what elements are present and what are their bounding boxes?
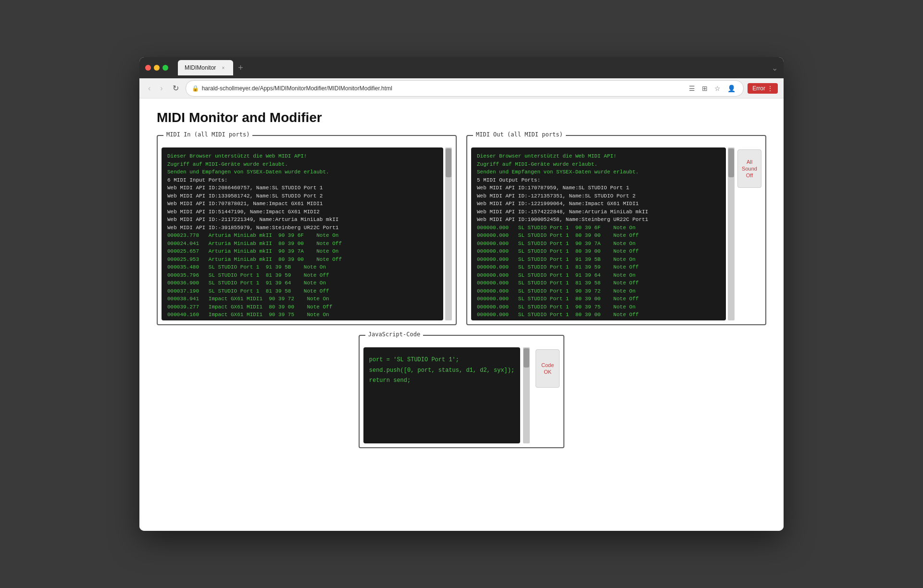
midi-in-panel: MIDI In (all MIDI ports) Dieser Browser … xyxy=(157,135,457,325)
sound-off-button[interactable]: All Sound Off xyxy=(737,149,761,188)
console-line: Web MIDI API ID:-1271357351, Name:SL STU… xyxy=(477,192,720,200)
console-line: 000000.000 SL STUDIO Port 1 90 39 72 Not… xyxy=(477,287,720,295)
midi-out-panel: MIDI Out (all MIDI ports) Dieser Browser… xyxy=(466,135,766,325)
code-line: port = 'SL STUDIO Port 1'; xyxy=(369,355,514,366)
console-line: 000000.000 SL STUDIO Port 1 91 39 5B Not… xyxy=(477,256,720,264)
console-line: Senden und Empfangen von SYSEX-Daten wur… xyxy=(477,168,720,176)
error-label: Error xyxy=(752,85,765,92)
console-line: Zugriff auf MIDI-Geräte wurde erlaubt. xyxy=(167,160,437,169)
console-line: 000037.190 SL STUDIO Port 1 81 39 58 Not… xyxy=(167,287,437,295)
sound-off-line3: Off xyxy=(746,172,753,179)
js-console[interactable]: port = 'SL STUDIO Port 1';send.push([0, … xyxy=(363,347,520,443)
browser-window: MIDIMonitor × + ⌄ ‹ › ↻ 🔒 harald-schollm… xyxy=(139,57,784,531)
midi-in-scrollbar-thumb xyxy=(446,148,451,177)
console-line: Web MIDI API ID:-2117221349, Name:Arturi… xyxy=(167,216,437,224)
console-line: 6 MIDI Input Ports: xyxy=(167,176,437,184)
console-line: 000040.443 Impact GX61 MIDI1 80 39 00 No… xyxy=(167,319,437,321)
midi-panels-row: MIDI In (all MIDI ports) Dieser Browser … xyxy=(157,135,766,325)
console-line: 000025.953 Arturia MiniLab mkII 80 39 00… xyxy=(167,256,437,264)
console-line: 5 MIDI Output Ports: xyxy=(477,176,720,184)
js-scrollbar[interactable] xyxy=(523,347,530,443)
translate-icon[interactable]: ⊞ xyxy=(700,83,710,94)
address-input[interactable]: 🔒 harald-schollmeyer.de/Apps/MIDIMonitor… xyxy=(186,80,744,97)
close-button[interactable] xyxy=(145,65,151,71)
console-line: 000035.796 SL STUDIO Port 1 81 39 59 Not… xyxy=(167,271,437,280)
console-line: 000000.000 SL STUDIO Port 1 80 39 00 Not… xyxy=(477,232,720,240)
javascript-panel: JavaScript-Code port = 'SL STUDIO Port 1… xyxy=(359,335,564,448)
midi-out-scrollbar[interactable] xyxy=(728,147,735,320)
address-bar: ‹ › ↻ 🔒 harald-schollmeyer.de/Apps/MIDIM… xyxy=(139,78,784,98)
js-scrollbar-thumb xyxy=(524,348,529,368)
console-line: Web MIDI API ID:51447190, Name:Impact GX… xyxy=(167,208,437,216)
console-line: Senden und Empfangen von SYSEX-Daten wur… xyxy=(167,168,437,176)
console-line: 000000.000 SL STUDIO Port 1 80 39 00 Not… xyxy=(477,295,720,303)
code-ok-line2: OK xyxy=(544,368,551,375)
console-line: Web MIDI API ID:-1221999064, Name:Impact… xyxy=(477,200,720,208)
sound-off-line1: All xyxy=(747,159,752,165)
javascript-panel-label: JavaScript-Code xyxy=(365,331,423,338)
console-line: Web MIDI API ID:170787959, Name:SL STUDI… xyxy=(477,184,720,192)
console-line: 000038.941 Impact GX61 MIDI1 90 39 72 No… xyxy=(167,295,437,303)
tab-title: MIDIMonitor xyxy=(185,64,216,71)
forward-button[interactable]: › xyxy=(157,82,165,95)
console-line: 000025.657 Arturia MiniLab mkII 90 39 7A… xyxy=(167,247,437,256)
console-line: Dieser Browser unterstützt die Web MIDI … xyxy=(477,152,720,160)
console-line: 000000.000 SL STUDIO Port 1 80 39 00 Not… xyxy=(477,311,720,319)
midi-out-label: MIDI Out (all MIDI ports) xyxy=(473,131,566,138)
reader-view-icon[interactable]: ☰ xyxy=(687,83,697,94)
console-line: Web MIDI API ID:707878021, Name:Impact G… xyxy=(167,200,437,208)
window-expand-icon[interactable]: ⌄ xyxy=(772,63,778,73)
tab-close-icon[interactable]: × xyxy=(220,64,226,71)
back-button[interactable]: ‹ xyxy=(145,82,153,95)
address-text: harald-schollmeyer.de/Apps/MIDIMonitorMo… xyxy=(202,85,392,92)
console-line: Web MIDI API ID:-391855979, Name:Steinbe… xyxy=(167,224,437,232)
code-line: return send; xyxy=(369,376,514,386)
page-content: MIDI Monitor and Modifier MIDI In (all M… xyxy=(139,98,784,531)
console-line: 000000.000 SL STUDIO Port 1 80 39 00 Not… xyxy=(477,247,720,256)
error-menu-icon: ⋮ xyxy=(767,85,773,92)
traffic-lights xyxy=(145,65,168,71)
console-line: 000035.480 SL STUDIO Port 1 91 39 5B Not… xyxy=(167,263,437,271)
console-line: Dieser Browser unterstützt die Web MIDI … xyxy=(167,152,437,160)
sound-off-line2: Sound xyxy=(742,165,757,172)
midi-in-inner: Dieser Browser unterstützt die Web MIDI … xyxy=(158,144,456,324)
active-tab[interactable]: MIDIMonitor × xyxy=(178,60,233,75)
js-panel-inner: port = 'SL STUDIO Port 1';send.push([0, … xyxy=(360,343,563,447)
console-line: 000000.000 SL STUDIO Port 1 90 39 7A Not… xyxy=(477,240,720,248)
code-ok-line1: Code xyxy=(541,362,554,368)
midi-in-scrollbar[interactable] xyxy=(445,147,452,320)
console-line: 000036.900 SL STUDIO Port 1 91 39 64 Not… xyxy=(167,279,437,287)
console-line: 000000.000 SL STUDIO Port 1 81 39 59 Not… xyxy=(477,263,720,271)
midi-out-scrollbar-thumb xyxy=(728,148,734,177)
maximize-button[interactable] xyxy=(162,65,168,71)
console-line: 000000.000 SL STUDIO Port 1 81 39 58 Not… xyxy=(477,279,720,287)
address-icons: ☰ ⊞ ☆ 👤 xyxy=(687,83,737,94)
title-bar: MIDIMonitor × + ⌄ xyxy=(139,57,784,78)
midi-out-inner: Dieser Browser unterstützt die Web MIDI … xyxy=(467,144,765,324)
page-title: MIDI Monitor and Modifier xyxy=(157,110,766,125)
new-tab-button[interactable]: + xyxy=(233,63,248,73)
bookmark-icon[interactable]: ☆ xyxy=(712,83,723,94)
midi-out-console[interactable]: Dieser Browser unterstützt die Web MIDI … xyxy=(471,147,726,320)
console-line: 000000.000 SL STUDIO Port 1 90 39 75 Not… xyxy=(477,303,720,311)
console-line: Zugriff auf MIDI-Geräte wurde erlaubt. xyxy=(477,160,720,169)
bottom-section: JavaScript-Code port = 'SL STUDIO Port 1… xyxy=(157,335,766,448)
code-ok-button[interactable]: Code OK xyxy=(536,349,560,388)
midi-in-console[interactable]: Dieser Browser unterstützt die Web MIDI … xyxy=(162,147,443,320)
minimize-button[interactable] xyxy=(154,65,160,71)
console-line: Web MIDI API ID:1339581742, Name:SL STUD… xyxy=(167,192,437,200)
console-line: 000023.778 Arturia MiniLab mkII 90 39 6F… xyxy=(167,232,437,240)
error-button[interactable]: Error ⋮ xyxy=(748,83,778,94)
console-line: 000040.160 Impact GX61 MIDI1 90 39 75 No… xyxy=(167,311,437,319)
midi-in-label: MIDI In (all MIDI ports) xyxy=(163,131,252,138)
console-line: 000000.000 SL STUDIO Port 1 91 39 64 Not… xyxy=(477,271,720,280)
profile-icon[interactable]: 👤 xyxy=(725,83,737,94)
console-line: 000039.277 Impact GX61 MIDI1 80 39 00 No… xyxy=(167,303,437,311)
console-line: Web MIDI API ID:2086460757, Name:SL STUD… xyxy=(167,184,437,192)
refresh-button[interactable]: ↻ xyxy=(170,82,182,95)
tab-bar: MIDIMonitor × + xyxy=(178,60,768,75)
console-line: Web MIDI API ID:-1574222848, Name:Arturi… xyxy=(477,208,720,216)
console-line: 000024.041 Arturia MiniLab mkII 80 39 00… xyxy=(167,240,437,248)
console-line: Web MIDI API ID:1900052458, Name:Steinbe… xyxy=(477,216,720,224)
code-line: send.push([0, port, status, d1, d2, syx]… xyxy=(369,366,514,376)
